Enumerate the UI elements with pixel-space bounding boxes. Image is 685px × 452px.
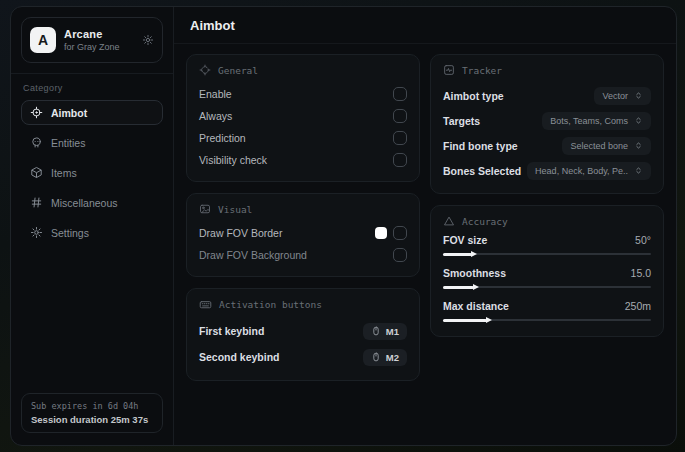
always-checkbox[interactable] — [393, 109, 407, 123]
slider-setting: Smoothness 15.0 — [443, 267, 651, 291]
sidebar-item-label: Items — [51, 167, 77, 179]
setting-label: Draw FOV Background — [199, 249, 307, 261]
sidebar-item-miscellaneous[interactable]: Miscellaneous — [21, 190, 163, 215]
setting-label: Visibility check — [199, 154, 267, 166]
unfold-icon — [634, 141, 643, 150]
sidebar-item-label: Entities — [51, 137, 85, 149]
app-window: A Arcane for Gray Zone Category Aimbot — [10, 6, 677, 446]
section-title: Visual — [218, 204, 252, 215]
activation-card: Activation buttons First keybind M1 Seco… — [186, 288, 420, 381]
sidebar-item-label: Miscellaneous — [51, 197, 118, 209]
mouse-icon — [371, 326, 381, 336]
draw-fov-border-checkbox[interactable] — [393, 226, 407, 240]
session-duration-text: Session duration 25m 37s — [31, 414, 153, 425]
keybind-value: M2 — [386, 352, 399, 363]
setting-row: Find bone type Selected bone — [443, 133, 651, 158]
setting-label: Bones Selected — [443, 165, 521, 177]
brand-name: Arcane — [64, 28, 120, 40]
setting-label: Smoothness — [443, 267, 506, 279]
setting-value: 250m — [625, 300, 651, 312]
sidebar-nav: Aimbot Entities Items Miscellaneous — [21, 100, 163, 250]
prediction-checkbox[interactable] — [393, 131, 407, 145]
sidebar: A Arcane for Gray Zone Category Aimbot — [11, 7, 174, 445]
setting-label: Second keybind — [199, 351, 280, 363]
slider-setting: Max distance 250m — [443, 300, 651, 324]
setting-row: Draw FOV Background — [199, 244, 407, 266]
visual-card: Visual Draw FOV Border Draw FOV Backgrou… — [186, 193, 420, 277]
setting-value: 50° — [635, 234, 651, 246]
first-keybind-button[interactable]: M1 — [363, 323, 407, 340]
section-title: Accuracy — [462, 216, 508, 227]
sidebar-item-items[interactable]: Items — [21, 160, 163, 185]
setting-label: Find bone type — [443, 140, 518, 152]
second-keybind-button[interactable]: M2 — [363, 349, 407, 366]
activity-icon — [443, 64, 455, 76]
subscription-info: Sub expires in 6d 04h Session duration 2… — [21, 393, 163, 433]
hash-icon — [30, 196, 43, 209]
setting-row: Bones Selected Head, Neck, Body, Pe.. — [443, 158, 651, 183]
select-value: Selected bone — [570, 141, 628, 151]
setting-value: 15.0 — [631, 267, 651, 279]
setting-label: First keybind — [199, 325, 264, 337]
smoothness-slider[interactable] — [443, 283, 651, 291]
setting-label: Always — [199, 110, 232, 122]
max-distance-slider[interactable] — [443, 316, 651, 324]
enable-checkbox[interactable] — [393, 87, 407, 101]
cube-icon — [30, 166, 43, 179]
section-title: Tracker — [462, 65, 502, 76]
gear-icon[interactable] — [142, 34, 154, 46]
gear-icon — [30, 226, 43, 239]
setting-row: Second keybind M2 — [199, 344, 407, 370]
sidebar-item-settings[interactable]: Settings — [21, 220, 163, 245]
sidebar-divider — [11, 73, 173, 74]
unfold-icon — [634, 91, 643, 100]
main-panel: Aimbot General Enable Alw — [174, 7, 676, 445]
aimbot-type-select[interactable]: Vector — [594, 87, 651, 105]
setting-label: FOV size — [443, 234, 487, 246]
setting-row: Targets Bots, Teams, Coms — [443, 108, 651, 133]
select-value: Head, Neck, Body, Pe.. — [535, 166, 628, 176]
sidebar-item-label: Aimbot — [51, 107, 87, 119]
left-column: General Enable Always Prediction — [186, 54, 420, 392]
sidebar-item-aimbot[interactable]: Aimbot — [21, 100, 163, 125]
setting-row: Prediction — [199, 127, 407, 149]
fov-size-slider[interactable] — [443, 250, 651, 258]
content: General Enable Always Prediction — [174, 44, 676, 402]
skull-icon — [30, 136, 43, 149]
app-logo: A — [30, 27, 56, 53]
crosshair-icon — [199, 64, 211, 76]
setting-label: Enable — [199, 88, 232, 100]
setting-label: Targets — [443, 115, 480, 127]
find-bone-type-select[interactable]: Selected bone — [562, 137, 651, 155]
setting-row: Visibility check — [199, 149, 407, 171]
visibility-check-checkbox[interactable] — [393, 153, 407, 167]
brand-card: A Arcane for Gray Zone — [21, 17, 163, 63]
targets-select[interactable]: Bots, Teams, Coms — [542, 112, 651, 130]
right-column: Tracker Aimbot type Vector Targets — [430, 54, 664, 392]
slider-setting: FOV size 50° — [443, 234, 651, 258]
setting-row: First keybind M1 — [199, 318, 407, 344]
crosshair-icon — [30, 106, 43, 119]
setting-label: Draw FOV Border — [199, 227, 282, 239]
section-title: General — [218, 65, 258, 76]
setting-label: Aimbot type — [443, 90, 504, 102]
setting-row: Always — [199, 105, 407, 127]
unfold-icon — [634, 166, 643, 175]
fov-border-color-swatch[interactable] — [375, 227, 387, 239]
setting-row: Draw FOV Border — [199, 222, 407, 244]
tracker-card: Tracker Aimbot type Vector Targets — [430, 54, 664, 194]
setting-row: Aimbot type Vector — [443, 83, 651, 108]
keybind-value: M1 — [386, 326, 399, 337]
draw-fov-background-checkbox[interactable] — [393, 248, 407, 262]
setting-label: Max distance — [443, 300, 509, 312]
select-value: Bots, Teams, Coms — [550, 116, 628, 126]
bones-selected-select[interactable]: Head, Neck, Body, Pe.. — [527, 162, 651, 180]
section-title: Activation buttons — [219, 299, 322, 310]
page-title: Aimbot — [174, 7, 676, 44]
setting-label: Prediction — [199, 132, 246, 144]
setting-row: Enable — [199, 83, 407, 105]
sub-expires-text: Sub expires in 6d 04h — [31, 401, 153, 411]
accuracy-card: Accuracy FOV size 50° — [430, 205, 664, 337]
sidebar-item-entities[interactable]: Entities — [21, 130, 163, 155]
select-value: Vector — [602, 91, 628, 101]
